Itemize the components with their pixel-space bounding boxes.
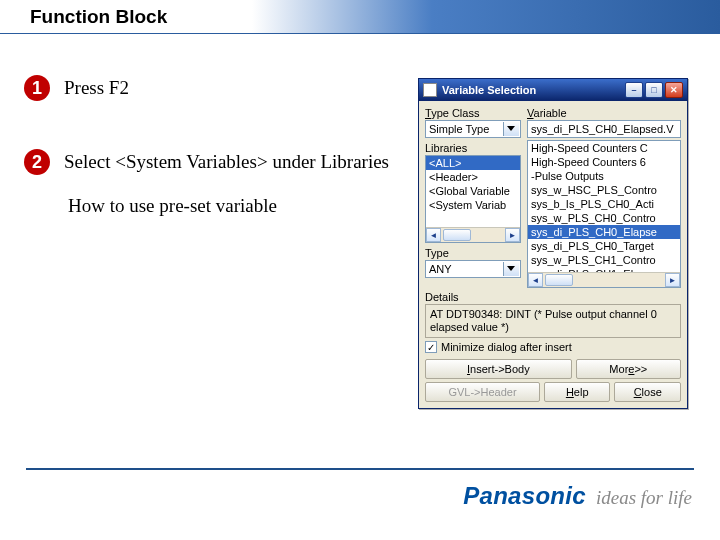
list-item[interactable]: sys_w_HSC_PLS_Contro [528,183,680,197]
variables-hscroll[interactable]: ◄ ► [528,272,680,287]
type-class-value: Simple Type [429,123,489,135]
more-button[interactable]: More >> [576,359,681,379]
variables-list[interactable]: High-Speed Counters C High-Speed Counter… [527,140,681,288]
list-item[interactable]: High-Speed Counters C [528,141,680,155]
libraries-label: Libraries [425,142,521,154]
variable-field[interactable]: sys_di_PLS_CH0_Elapsed.V [527,120,681,138]
footer-divider [26,468,694,470]
list-item[interactable]: sys_w_PLS_CH1_Contro [528,253,680,267]
dialog-titlebar[interactable]: Variable Selection – □ ✕ [419,79,687,101]
close-button[interactable]: Close [614,382,681,402]
list-item[interactable]: <Global Variable [426,184,520,198]
list-item[interactable]: <Header> [426,170,520,184]
details-label: Details [425,291,681,303]
scroll-thumb[interactable] [443,229,471,241]
list-item[interactable]: sys_b_Is_PLS_CH0_Acti [528,197,680,211]
step-1: 1 Press F2 [24,75,394,101]
minimize-window-button[interactable]: – [625,82,643,98]
chevron-down-icon [507,266,515,271]
list-item[interactable]: sys_w_PLS_CH0_Contro [528,211,680,225]
help-button[interactable]: Help [544,382,611,402]
dialog-title: Variable Selection [442,84,536,96]
step-2-text: Select <System Variables> under Librarie… [64,149,389,175]
instruction-steps: 1 Press F2 2 Select <System Variables> u… [24,75,394,217]
list-item[interactable]: -Pulse Outputs [528,169,680,183]
brand-footer: Panasonic ideas for life [463,482,692,510]
scroll-right-icon[interactable]: ► [505,228,520,242]
details-box: AT DDT90348: DINT (* Pulse output channe… [425,304,681,338]
variable-label: Variable [527,107,681,119]
step-badge-2: 2 [24,149,50,175]
list-item[interactable]: High-Speed Counters 6 [528,155,680,169]
step-2: 2 Select <System Variables> under Librar… [24,149,394,175]
type-class-select[interactable]: Simple Type [425,120,521,138]
list-item[interactable]: sys_di_PLS_CH0_Target [528,239,680,253]
type-label: Type [425,247,521,259]
list-item[interactable]: sys_di_PLS_CH0_Elapse [528,225,680,239]
scroll-right-icon[interactable]: ► [665,273,680,287]
list-item[interactable]: <System Variab [426,198,520,212]
scroll-thumb[interactable] [545,274,573,286]
type-class-label: Type Class [425,107,521,119]
slide-header: Function Block [0,0,720,34]
chevron-down-icon [507,126,515,131]
libraries-list[interactable]: <ALL> <Header> <Global Variable <System … [425,155,521,243]
maximize-window-button[interactable]: □ [645,82,663,98]
brand-tagline: ideas for life [596,487,692,509]
scroll-left-icon[interactable]: ◄ [426,228,441,242]
app-icon [423,83,437,97]
step-1-text: Press F2 [64,75,129,101]
type-select[interactable]: ANY [425,260,521,278]
brand-logo: Panasonic [463,482,586,510]
variable-selection-dialog: Variable Selection – □ ✕ Type Class Simp… [418,78,688,409]
scroll-left-icon[interactable]: ◄ [528,273,543,287]
close-window-button[interactable]: ✕ [665,82,683,98]
libraries-hscroll[interactable]: ◄ ► [426,227,520,242]
step-badge-1: 1 [24,75,50,101]
type-value: ANY [429,263,452,275]
list-item[interactable]: <ALL> [426,156,520,170]
subnote: How to use pre-set variable [68,195,394,217]
variable-value: sys_di_PLS_CH0_Elapsed.V [531,123,673,135]
insert-body-button[interactable]: Insert->Body [425,359,572,379]
minimize-checkbox[interactable]: ✓ [425,341,437,353]
gvl-header-button: GVL->Header [425,382,540,402]
slide-title: Function Block [30,6,167,28]
minimize-checkbox-label: Minimize dialog after insert [441,341,572,353]
minimize-checkbox-row[interactable]: ✓ Minimize dialog after insert [425,341,681,353]
